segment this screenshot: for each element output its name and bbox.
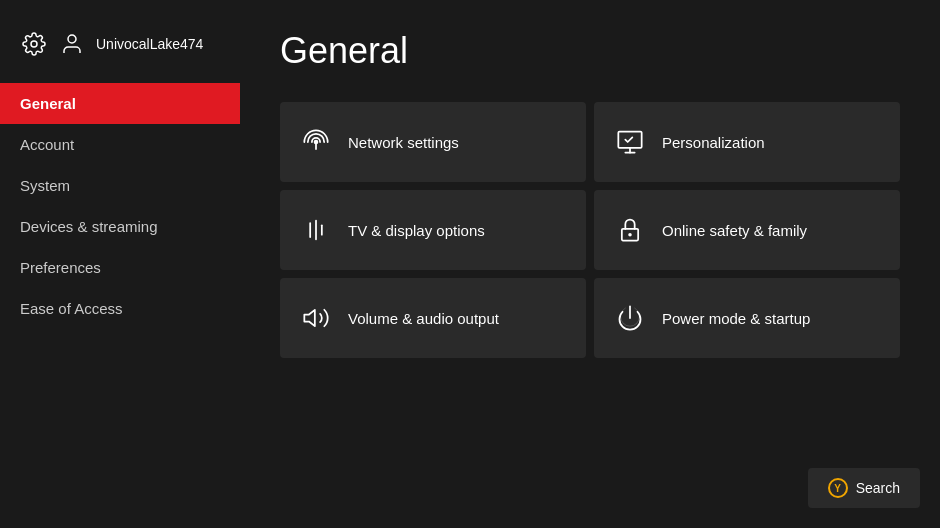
lock-icon bbox=[614, 214, 646, 246]
search-button[interactable]: Search bbox=[808, 468, 920, 508]
svg-point-1 bbox=[68, 35, 76, 43]
svg-marker-12 bbox=[304, 310, 315, 326]
sidebar-item-ease-of-access[interactable]: Ease of Access bbox=[0, 288, 240, 329]
gear-icon bbox=[20, 30, 48, 58]
power-mode-label: Power mode & startup bbox=[662, 310, 810, 327]
svg-point-0 bbox=[31, 41, 37, 47]
sidebar-item-devices-streaming[interactable]: Devices & streaming bbox=[0, 206, 240, 247]
sidebar-item-system[interactable]: System bbox=[0, 165, 240, 206]
avatar-icon bbox=[58, 30, 86, 58]
personalization-tile[interactable]: Personalization bbox=[594, 102, 900, 182]
display-icon bbox=[300, 214, 332, 246]
volume-icon bbox=[300, 302, 332, 334]
page-title: General bbox=[280, 30, 900, 72]
volume-audio-label: Volume & audio output bbox=[348, 310, 499, 327]
svg-point-11 bbox=[628, 233, 632, 237]
power-icon bbox=[614, 302, 646, 334]
sidebar-item-general[interactable]: General bbox=[0, 83, 240, 124]
network-settings-label: Network settings bbox=[348, 134, 459, 151]
tv-display-tile[interactable]: TV & display options bbox=[280, 190, 586, 270]
main-content: General Network settings bbox=[240, 0, 940, 528]
search-button-icon bbox=[828, 478, 848, 498]
network-settings-tile[interactable]: Network settings bbox=[280, 102, 586, 182]
sidebar-item-preferences[interactable]: Preferences bbox=[0, 247, 240, 288]
user-profile: UnivocalLake474 bbox=[0, 20, 240, 78]
power-mode-tile[interactable]: Power mode & startup bbox=[594, 278, 900, 358]
online-safety-tile[interactable]: Online safety & family bbox=[594, 190, 900, 270]
network-icon bbox=[300, 126, 332, 158]
sidebar-item-account[interactable]: Account bbox=[0, 124, 240, 165]
online-safety-label: Online safety & family bbox=[662, 222, 807, 239]
search-button-label: Search bbox=[856, 480, 900, 496]
volume-audio-tile[interactable]: Volume & audio output bbox=[280, 278, 586, 358]
personalization-label: Personalization bbox=[662, 134, 765, 151]
settings-grid: Network settings Personalization bbox=[280, 102, 900, 358]
sidebar: UnivocalLake474 General Account System D… bbox=[0, 0, 240, 528]
nav-menu: General Account System Devices & streami… bbox=[0, 83, 240, 329]
personalization-icon bbox=[614, 126, 646, 158]
tv-display-label: TV & display options bbox=[348, 222, 485, 239]
username: UnivocalLake474 bbox=[96, 36, 203, 52]
